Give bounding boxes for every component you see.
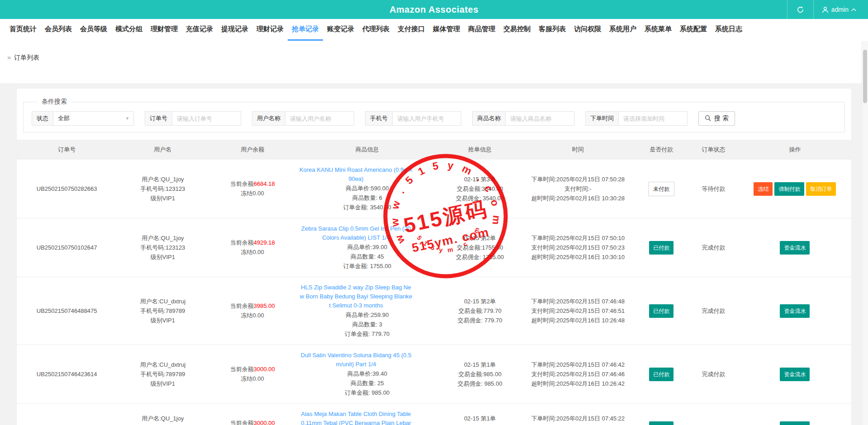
- product-link[interactable]: Zebra Sarasa Clip 0.5mm Gel Ink Pen (20 …: [299, 224, 413, 242]
- filter-input[interactable]: [619, 111, 688, 126]
- timeout-time: 超时时间:2025年02月16日 10:30:28: [524, 194, 631, 203]
- grab-seq: 02-15 第1单: [441, 414, 519, 423]
- nav-item[interactable]: 首页统计: [5, 19, 41, 41]
- status-filter: 状态 全部 ▼: [32, 111, 134, 126]
- order-time: 下单时间:2025年02月15日 07:50:28: [524, 175, 631, 184]
- nav-item[interactable]: 支付接口: [394, 19, 429, 41]
- filter-group: 用户名称: [252, 111, 354, 126]
- user-balance: 当前余额3000.00: [211, 365, 294, 374]
- nav-item[interactable]: 理财记录: [252, 19, 288, 41]
- nav-item[interactable]: 账变记录: [323, 19, 358, 41]
- frozen-amount: 冻结0.00: [211, 248, 294, 257]
- search-button[interactable]: 搜 索: [698, 111, 735, 126]
- action-button[interactable]: 资金流水: [780, 368, 810, 381]
- filter-label: 用户名称: [252, 111, 285, 126]
- balance-amount: 3985.00: [254, 302, 275, 309]
- scrollbar-thumb[interactable]: [863, 50, 867, 103]
- nav-item[interactable]: 会员列表: [41, 19, 76, 41]
- pay-time: 支付时间:2025年02月15日 07:46:46: [524, 370, 631, 379]
- user-name: 用户名:CU_dxtruj: [119, 360, 206, 369]
- balance-amount: 3000.00: [254, 420, 275, 425]
- orders-table: 订单号用户名用户余额商品信息抢单信息时间是否付款订单状态操作 UB2502150…: [17, 140, 851, 425]
- timeout-time: 超时时间:2025年02月16日 10:30:10: [524, 253, 631, 262]
- nav-item[interactable]: 系统日志: [711, 19, 746, 41]
- search-legend: 条件搜索: [37, 98, 71, 106]
- product-link[interactable]: HLS Zip Swaddle 2 way Zip Sleep Bag New …: [299, 283, 413, 310]
- grab-amount: 交易金额:1488.00: [441, 424, 519, 425]
- filter-group: 手机号: [365, 111, 461, 126]
- user-phone: 手机号码:123123: [119, 243, 206, 252]
- action-button[interactable]: 取消订单: [806, 182, 836, 196]
- pay-time: 支付时间:2025年02月15日 07:46:51: [524, 307, 631, 316]
- grab-seq: 02-15 第3单: [441, 175, 519, 184]
- product-link[interactable]: Alas Meja Makan Table Cloth Dining Table…: [299, 410, 413, 425]
- user-menu[interactable]: admin: [813, 0, 868, 19]
- balance-amount: 4929.18: [254, 239, 275, 246]
- nav-item[interactable]: 系统用户: [605, 19, 640, 41]
- nav-item[interactable]: 系统菜单: [640, 19, 676, 41]
- search-icon: [705, 115, 711, 123]
- nav-item[interactable]: 抢单记录: [288, 19, 323, 41]
- order-time: 下单时间:2025年02月15日 07:50:10: [524, 234, 631, 243]
- filter-label: 手机号: [365, 111, 393, 126]
- order-status: 完成付款: [702, 307, 726, 314]
- order-amount: 订单金额: 779.70: [299, 330, 436, 339]
- user-level: 级别VIP1: [119, 253, 206, 262]
- refresh-button[interactable]: [787, 0, 813, 19]
- pay-time: 支付时间:-: [524, 184, 631, 194]
- order-amount: 订单金额: 3540.00: [299, 203, 436, 212]
- scrollbar-track[interactable]: [862, 41, 868, 425]
- row-actions: 资金流水: [739, 218, 851, 277]
- column-header: 用户余额: [209, 140, 296, 160]
- user-balance: 当前余额6684.18: [211, 179, 294, 189]
- status-select[interactable]: 全部 ▼: [53, 111, 134, 126]
- user-icon: [822, 6, 829, 13]
- order-number: UB2502150750282663: [37, 185, 97, 192]
- status-label: 状态: [32, 111, 53, 126]
- nav-item[interactable]: 访问权限: [570, 19, 605, 41]
- filter-input[interactable]: [285, 111, 354, 126]
- action-button[interactable]: 资金流水: [780, 304, 810, 318]
- nav-item[interactable]: 商品管理: [464, 19, 499, 41]
- order-number: UB2502150746423614: [37, 371, 97, 378]
- nav-item[interactable]: 会员等级: [76, 19, 111, 41]
- nav-item[interactable]: 理财管理: [147, 19, 182, 41]
- nav-item[interactable]: 提现记录: [217, 19, 252, 41]
- action-button[interactable]: 冻结: [754, 182, 773, 196]
- action-button[interactable]: 强制付款: [774, 182, 804, 196]
- column-header: 时间: [522, 140, 634, 160]
- payment-badge: 已付款: [649, 304, 674, 318]
- chevron-up-icon: [851, 8, 856, 11]
- nav-item[interactable]: 系统配置: [676, 19, 711, 41]
- frozen-amount: 冻结0.00: [211, 311, 294, 320]
- nav-item[interactable]: 充值记录: [182, 19, 217, 41]
- pay-time: 支付时间:2025年02月15日 07:50:23: [524, 243, 631, 252]
- breadcrumb-arrow-icon: »: [7, 53, 11, 61]
- nav-item[interactable]: 交易控制: [499, 19, 535, 41]
- nav-item[interactable]: 代理列表: [358, 19, 394, 41]
- product-link[interactable]: Dull Satin Valentino Soluna Bidang 45 (0…: [299, 351, 413, 369]
- filter-label: 下单时间: [585, 111, 619, 126]
- nav-item[interactable]: 模式分组: [111, 19, 147, 41]
- user-phone: 手机号码:123123: [119, 424, 206, 425]
- product-price: 商品单价:590.00: [299, 184, 436, 193]
- user-name: 用户名:QU_1joy: [119, 414, 206, 423]
- action-button[interactable]: 资金流水: [780, 241, 810, 255]
- user-name: 用户名:QU_1joy: [119, 175, 206, 184]
- filter-input[interactable]: [172, 111, 241, 126]
- table-row: UB2502150750282663 用户名:QU_1joy 手机号码:1231…: [17, 160, 851, 218]
- frozen-amount: 冻结0.00: [211, 189, 294, 198]
- product-link[interactable]: Korea KANU Mini Roast Americano (0.9g X …: [299, 165, 413, 184]
- filter-input[interactable]: [506, 111, 574, 126]
- product-qty: 商品数量: 45: [299, 252, 436, 261]
- order-time: 下单时间:2025年02月15日 07:46:42: [524, 360, 631, 369]
- grab-amount: 交易金额:985.00: [441, 370, 519, 379]
- row-actions: 冻结强制付款取消订单: [739, 160, 851, 218]
- nav-item[interactable]: 媒体管理: [429, 19, 464, 41]
- action-button[interactable]: 资金流水: [780, 421, 810, 425]
- page-title: Amazon Associates: [0, 5, 868, 15]
- nav-item[interactable]: 客服列表: [535, 19, 570, 41]
- product-qty: 商品数量: 6: [299, 194, 436, 203]
- filter-input[interactable]: [393, 111, 461, 126]
- payment-badge: 已付款: [649, 368, 674, 381]
